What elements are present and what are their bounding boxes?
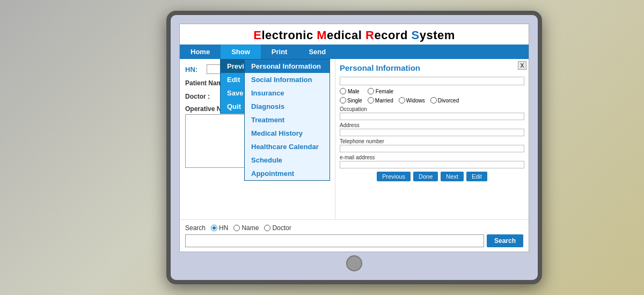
occupation-label: Occupation — [340, 106, 524, 112]
title-ecord: ecord — [374, 28, 411, 42]
marital-married[interactable]: Married — [368, 97, 393, 104]
married-label: Married — [375, 98, 393, 104]
address-input[interactable] — [340, 129, 524, 136]
title-e: E — [253, 28, 261, 42]
search-area: Search HN Name Doctor Search — [180, 219, 529, 252]
submenu-social[interactable]: Social Information — [245, 73, 330, 86]
address-label: Address — [340, 122, 524, 128]
doctor-radio[interactable] — [264, 225, 270, 231]
previous-button[interactable]: Previous — [377, 172, 411, 181]
marital-single[interactable]: Single — [340, 97, 362, 104]
submenu-treatment[interactable]: Treatment — [245, 113, 330, 127]
name-radio[interactable] — [233, 225, 240, 231]
male-label: Male — [348, 88, 360, 94]
name-input[interactable] — [340, 77, 524, 85]
title-edical: edical — [327, 28, 365, 42]
submenu-insurance[interactable]: Insurance — [245, 86, 330, 100]
submenu-schedule[interactable]: Schedule — [245, 153, 330, 167]
app-title: Electronic Medical Record System — [180, 24, 529, 45]
occupation-input[interactable] — [340, 113, 524, 120]
telephone-field: Telephone number — [340, 138, 524, 152]
panel-title: Personal Information — [340, 63, 524, 72]
menu-home[interactable]: Home — [180, 45, 221, 59]
single-radio[interactable] — [340, 97, 346, 104]
male-radio[interactable] — [340, 88, 346, 94]
right-panel: X Personal Information Male Female — [335, 59, 529, 219]
title-m: M — [317, 28, 327, 42]
widows-label: Widows — [406, 98, 425, 104]
submenu-appointment[interactable]: Appointment — [245, 167, 330, 180]
tablet-home-button[interactable] — [346, 255, 362, 271]
email-input[interactable] — [340, 161, 524, 168]
title-r: R — [365, 28, 374, 42]
hn-radio[interactable] — [211, 225, 217, 231]
title-lectronic: lectronic — [261, 28, 317, 42]
menu-show[interactable]: Show — [221, 45, 261, 59]
close-button[interactable]: X — [518, 61, 526, 70]
telephone-input[interactable] — [340, 145, 524, 152]
female-label: Female — [376, 88, 393, 94]
name-option-label: Name — [241, 224, 259, 232]
next-button[interactable]: Next — [441, 172, 464, 181]
email-label: e-mail address — [340, 154, 524, 160]
search-input-row: Search — [185, 234, 523, 247]
submenu-diagnosis[interactable]: Diagnosis — [245, 100, 330, 113]
menu-send[interactable]: Send — [298, 45, 336, 59]
action-buttons: Previous Done Next Edit — [340, 172, 524, 181]
doctor-option-label: Doctor — [272, 224, 291, 232]
gender-female[interactable]: Female — [368, 88, 393, 94]
female-radio[interactable] — [368, 88, 374, 94]
address-field: Address — [340, 122, 524, 136]
marital-widows[interactable]: Widows — [399, 97, 425, 104]
marital-row: Single Married Widows Divorced — [340, 97, 524, 104]
divorced-radio[interactable] — [430, 97, 437, 104]
submenu-personal[interactable]: Personal Information — [245, 60, 330, 73]
widows-radio[interactable] — [399, 97, 405, 104]
search-button[interactable]: Search — [487, 234, 523, 247]
app-window: Electronic Medical Record System Home Sh… — [179, 24, 529, 252]
search-name-option[interactable]: Name — [233, 224, 259, 232]
telephone-label: Telephone number — [340, 138, 524, 144]
divorced-label: Divorced — [438, 98, 459, 104]
menu-print[interactable]: Print — [261, 45, 298, 59]
gender-male[interactable]: Male — [340, 88, 360, 94]
hn-option-label: HN — [219, 224, 228, 232]
show-submenu: Personal Information Social Information … — [244, 59, 330, 181]
occupation-field: Occupation — [340, 106, 524, 120]
menubar: Home Show Print Send — [180, 45, 529, 59]
submenu-medical-history[interactable]: Medical History — [245, 127, 330, 140]
tablet-frame: Electronic Medical Record System Home Sh… — [166, 11, 542, 284]
single-label: Single — [347, 98, 362, 104]
main-area: HN: Patient Name Doctor : Operative Note… — [180, 59, 529, 219]
title-ystem: ystem — [420, 28, 455, 42]
email-field: e-mail address — [340, 154, 524, 168]
gender-row: Male Female — [340, 88, 524, 94]
search-input[interactable] — [185, 234, 484, 247]
marital-divorced[interactable]: Divorced — [430, 97, 459, 104]
dropdown-container: Preview Edit Save Quit Personal Informat… — [180, 59, 284, 114]
done-button[interactable]: Done — [413, 172, 438, 181]
edit-button[interactable]: Edit — [466, 172, 487, 181]
search-label: Search — [185, 224, 206, 232]
search-radio-row: Search HN Name Doctor — [185, 224, 523, 232]
search-doctor-option[interactable]: Doctor — [264, 224, 291, 232]
hn-radio-dot — [213, 226, 216, 230]
submenu-healthcare[interactable]: Healthcare Calendar — [245, 140, 330, 153]
married-radio[interactable] — [368, 97, 374, 104]
title-s: S — [411, 28, 419, 42]
search-hn-option[interactable]: HN — [211, 224, 228, 232]
